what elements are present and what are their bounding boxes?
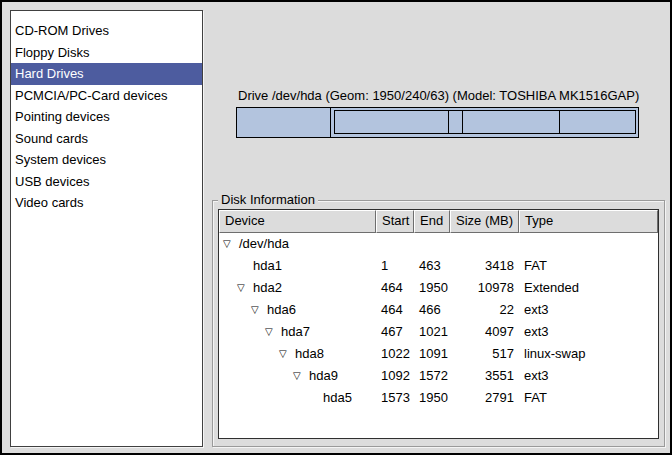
sidebar-item-pcmcia-pc-card-devices[interactable]: PCMCIA/PC-Card devices (11, 85, 202, 107)
column-header-end[interactable]: End (414, 210, 450, 233)
partition-segment-hda1 (237, 108, 331, 137)
expander-triangle-icon[interactable]: ▽ (293, 365, 309, 387)
type-cell: linux-swap (519, 343, 658, 365)
device-name: hda2 (253, 277, 282, 299)
device-cell: ▽hda9 (219, 365, 376, 387)
start-cell: 1092 (376, 365, 414, 387)
size-cell: 3551 (450, 365, 519, 387)
type-cell (519, 233, 658, 255)
disk-row-hda5[interactable]: hda5157319502791FAT (219, 387, 658, 409)
end-cell: 463 (414, 255, 450, 277)
sidebar-item-cd-rom-drives[interactable]: CD-ROM Drives (11, 20, 202, 42)
partition-segment-extended-hda2 (334, 110, 636, 134)
disk-table-body: ▽/dev/hdahda114633418FAT▽hda246419501097… (219, 233, 658, 409)
disk-row-hda1[interactable]: hda114633418FAT (219, 255, 658, 277)
sidebar-item-video-cards[interactable]: Video cards (11, 192, 202, 214)
partition-bar (236, 107, 639, 138)
end-cell: 1021 (414, 321, 450, 343)
size-cell: 517 (450, 343, 519, 365)
extended-partition-divider-3 (559, 111, 560, 133)
column-header-type[interactable]: Type (519, 210, 658, 233)
sidebar-item-hard-drives[interactable]: Hard Drives (11, 63, 202, 85)
end-cell: 1091 (414, 343, 450, 365)
device-category-list: CD-ROM DrivesFloppy DisksHard DrivesPCMC… (10, 10, 203, 447)
device-name: /dev/hda (239, 233, 289, 255)
disk-information-table: DeviceStartEndSize (MB)Type ▽/dev/hdahda… (218, 209, 659, 439)
device-name: hda6 (267, 299, 296, 321)
sidebar-item-pointing-devices[interactable]: Pointing devices (11, 106, 202, 128)
size-cell: 22 (450, 299, 519, 321)
tree-indent (223, 332, 265, 333)
size-cell (450, 233, 519, 255)
end-cell: 1950 (414, 277, 450, 299)
type-cell: ext3 (519, 299, 658, 321)
device-cell: hda5 (219, 387, 376, 409)
disk-row-hda2[interactable]: ▽hda2464195010978Extended (219, 277, 658, 299)
tree-indent (223, 376, 293, 377)
type-cell: Extended (519, 277, 658, 299)
sidebar-item-floppy-disks[interactable]: Floppy Disks (11, 42, 202, 64)
sidebar-item-usb-devices[interactable]: USB devices (11, 171, 202, 193)
device-name: hda8 (295, 343, 324, 365)
hardware-browser-window: CD-ROM DrivesFloppy DisksHard DrivesPCMC… (0, 0, 672, 455)
expander-triangle-icon[interactable]: ▽ (237, 277, 253, 299)
type-cell: ext3 (519, 321, 658, 343)
sidebar-item-sound-cards[interactable]: Sound cards (11, 128, 202, 150)
tree-indent (223, 288, 237, 289)
start-cell: 467 (376, 321, 414, 343)
tree-indent (223, 266, 237, 267)
expander-triangle-icon[interactable]: ▽ (251, 299, 267, 321)
disk-information-frame: Disk Information DeviceStartEndSize (MB)… (212, 200, 665, 447)
start-cell (376, 233, 414, 255)
end-cell (414, 233, 450, 255)
column-header-device[interactable]: Device (219, 210, 376, 233)
type-cell: ext3 (519, 365, 658, 387)
end-cell: 1572 (414, 365, 450, 387)
device-name: hda5 (323, 387, 352, 409)
start-cell: 1573 (376, 387, 414, 409)
device-name: hda9 (309, 365, 338, 387)
start-cell: 464 (376, 277, 414, 299)
column-header-start[interactable]: Start (376, 210, 414, 233)
type-cell: FAT (519, 255, 658, 277)
device-name: hda1 (253, 255, 282, 277)
size-cell: 3418 (450, 255, 519, 277)
extended-partition-divider-1 (448, 111, 449, 133)
start-cell: 464 (376, 299, 414, 321)
device-cell: ▽/dev/hda (219, 233, 376, 255)
device-cell: ▽hda6 (219, 299, 376, 321)
expander-triangle-icon[interactable]: ▽ (265, 321, 281, 343)
tree-indent (223, 398, 307, 399)
device-cell: ▽hda8 (219, 343, 376, 365)
disk-row-hda8[interactable]: ▽hda810221091517linux-swap (219, 343, 658, 365)
size-cell: 10978 (450, 277, 519, 299)
disk-row-hda9[interactable]: ▽hda9109215723551ext3 (219, 365, 658, 387)
extended-partition-divider-2 (462, 111, 463, 133)
disk-row-hda6[interactable]: ▽hda646446622ext3 (219, 299, 658, 321)
start-cell: 1 (376, 255, 414, 277)
expander-triangle-icon[interactable]: ▽ (279, 343, 295, 365)
device-name: hda7 (281, 321, 310, 343)
device-cell: ▽hda2 (219, 277, 376, 299)
column-header-size-mb[interactable]: Size (MB) (450, 210, 519, 233)
tree-indent (223, 310, 251, 311)
size-cell: 4097 (450, 321, 519, 343)
drive-info-label: Drive /dev/hda (Geom: 1950/240/63) (Mode… (238, 88, 639, 103)
device-cell: ▽hda7 (219, 321, 376, 343)
size-cell: 2791 (450, 387, 519, 409)
disk-row-dev-hda[interactable]: ▽/dev/hda (219, 233, 658, 255)
device-cell: hda1 (219, 255, 376, 277)
end-cell: 466 (414, 299, 450, 321)
disk-table-header: DeviceStartEndSize (MB)Type (219, 210, 658, 233)
disk-information-frame-title: Disk Information (218, 192, 318, 208)
start-cell: 1022 (376, 343, 414, 365)
tree-indent (223, 354, 279, 355)
sidebar-item-system-devices[interactable]: System devices (11, 149, 202, 171)
expander-triangle-icon[interactable]: ▽ (223, 233, 239, 255)
type-cell: FAT (519, 387, 658, 409)
end-cell: 1950 (414, 387, 450, 409)
disk-row-hda7[interactable]: ▽hda746710214097ext3 (219, 321, 658, 343)
